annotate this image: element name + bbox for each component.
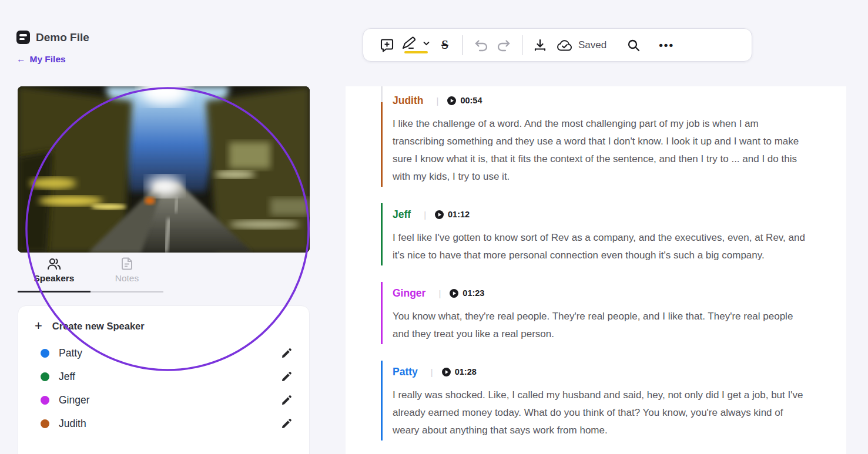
tab-notes[interactable]: Notes <box>91 257 163 284</box>
header-separator: | <box>437 96 439 106</box>
speaker-name-label[interactable]: Jeff <box>393 208 411 221</box>
back-to-my-files-link[interactable]: ← My Files <box>16 54 66 65</box>
transcript-block: Judith | 00:54 I like the challenge of a… <box>381 89 846 187</box>
previous-block-border <box>381 86 383 102</box>
video-frame <box>18 86 310 253</box>
timestamp-value: 01:12 <box>448 210 470 219</box>
editor-toolbar: S Saved ••• <box>363 28 752 62</box>
speaker-row: Ginger <box>35 388 294 412</box>
speaker-name: Judith <box>59 418 279 430</box>
speaker-color-dot <box>41 349 49 358</box>
speakers-panel: + Create new Speaker Patty Jeff Ginger <box>18 305 310 454</box>
edit-pencil-icon[interactable] <box>279 369 294 384</box>
speaker-color-dot <box>41 372 49 381</box>
transcript-text[interactable]: I like the challenge of a word. And the … <box>393 115 807 186</box>
transcript-text[interactable]: I really was shocked. Like, I called my … <box>393 386 807 439</box>
notes-icon <box>121 257 133 270</box>
toolbar-divider <box>522 35 522 55</box>
play-timestamp-icon <box>442 368 451 376</box>
timestamp-button[interactable]: 01:12 <box>435 210 470 219</box>
highlighter-icon[interactable] <box>402 36 430 53</box>
create-speaker-label: Create new Speaker <box>52 321 145 332</box>
save-status: Saved <box>557 39 606 52</box>
speaker-row: Jeff <box>35 365 294 388</box>
transcript-block: Patty | 01:28 I really was shocked. Like… <box>381 361 846 440</box>
header-separator: | <box>424 210 426 220</box>
speaker-name: Patty <box>59 347 279 359</box>
back-arrow-icon: ← <box>16 54 26 65</box>
insert-comment-icon[interactable] <box>375 33 398 57</box>
speaker-name-label[interactable]: Ginger <box>393 287 425 300</box>
transcript-text[interactable]: I feel like I've gotten to know sort of … <box>393 229 807 264</box>
video-player[interactable]: 0:10 2:50 just stumbled on them through … <box>18 86 310 253</box>
timestamp-value: 00:54 <box>460 96 482 105</box>
redo-icon[interactable] <box>492 33 516 57</box>
timestamp-button[interactable]: 01:23 <box>450 288 484 298</box>
document-icon <box>16 31 30 44</box>
timestamp-button[interactable]: 00:54 <box>447 96 482 105</box>
tab-underline <box>18 291 163 292</box>
download-icon[interactable] <box>528 33 552 57</box>
edit-pencil-icon[interactable] <box>279 416 294 431</box>
page-title: Demo File <box>36 31 89 44</box>
more-options-icon[interactable]: ••• <box>655 33 678 57</box>
speaker-name-label[interactable]: Judith <box>393 95 424 107</box>
speaker-color-dot <box>41 396 49 405</box>
play-timestamp-icon <box>450 289 458 298</box>
highlight-color-bar <box>404 51 428 53</box>
play-timestamp-icon <box>447 96 456 105</box>
create-new-speaker-button[interactable]: + Create new Speaker <box>35 320 294 332</box>
speakers-icon <box>47 257 61 270</box>
speaker-row: Patty <box>35 341 294 365</box>
edit-pencil-icon[interactable] <box>279 392 294 408</box>
chevron-down-icon <box>423 41 430 46</box>
transcript-block: Jeff | 01:12 I feel like I've gotten to … <box>381 203 846 265</box>
plus-icon: + <box>35 320 42 332</box>
transcript-blocks: Judith | 00:54 I like the challenge of a… <box>346 86 846 440</box>
search-icon[interactable] <box>622 33 645 57</box>
timestamp-button[interactable]: 01:28 <box>442 367 477 376</box>
transcript-panel[interactable]: Judith | 00:54 I like the challenge of a… <box>346 86 846 454</box>
header-separator: | <box>431 367 433 377</box>
side-tabs: Speakers Notes <box>18 257 310 294</box>
speaker-name: Jeff <box>59 371 279 383</box>
tab-notes-label: Notes <box>115 273 139 284</box>
back-link-label: My Files <box>30 54 66 65</box>
transcript-block: Ginger | 01:23 You know what, they're re… <box>381 282 846 344</box>
tab-speakers-label: Speakers <box>34 273 75 284</box>
tab-speakers[interactable]: Speakers <box>18 257 91 284</box>
speaker-name-label[interactable]: Patty <box>393 366 418 378</box>
edit-pencil-icon[interactable] <box>279 345 294 361</box>
saved-label: Saved <box>578 39 606 51</box>
transcript-text[interactable]: You know what, they're real people. They… <box>393 308 807 343</box>
timestamp-value: 01:23 <box>463 288 484 298</box>
speaker-list: Patty Jeff Ginger Judith <box>35 341 294 435</box>
strikethrough-icon[interactable]: S <box>433 33 457 57</box>
timestamp-value: 01:28 <box>455 367 477 376</box>
file-header: Demo File <box>16 31 89 44</box>
play-timestamp-icon <box>435 210 444 219</box>
undo-icon[interactable] <box>469 33 492 57</box>
speaker-name: Ginger <box>59 394 279 406</box>
header-separator: | <box>438 288 441 298</box>
cloud-check-icon <box>557 39 573 52</box>
toolbar-divider <box>463 35 463 55</box>
speaker-row: Judith <box>35 412 294 435</box>
speaker-color-dot <box>41 419 49 428</box>
